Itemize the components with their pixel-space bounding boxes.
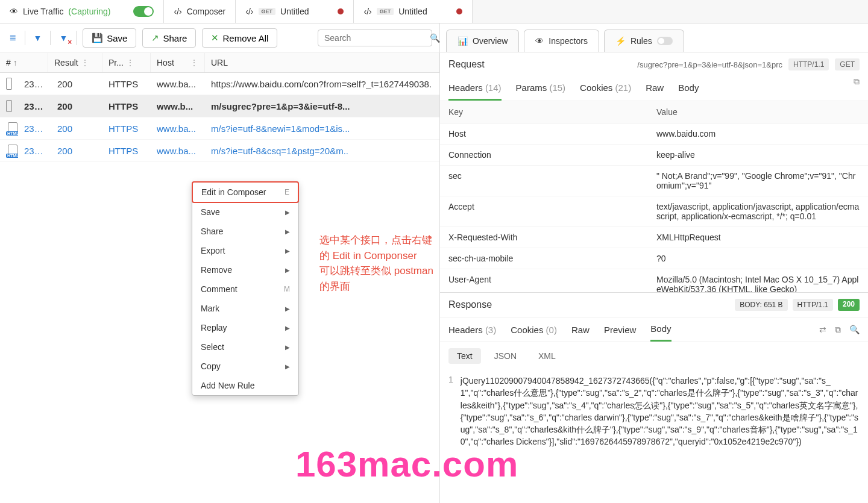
- header-key: Host: [440, 123, 648, 144]
- watermark: 163mac.com: [295, 443, 518, 485]
- menu-remove[interactable]: Remove▶: [192, 260, 298, 280]
- fmt-json[interactable]: JSON: [486, 348, 525, 364]
- response-title: Response: [448, 299, 492, 310]
- search-box[interactable]: 🔍: [318, 30, 432, 46]
- header-row[interactable]: sec" Not;A Brand";v="99", "Google Chrome…: [440, 166, 868, 196]
- reqtab-params[interactable]: Params (15): [516, 77, 566, 101]
- row-host: www.ba...: [151, 145, 205, 157]
- tab-label: Live Traffic: [23, 7, 63, 16]
- chevron-right-icon: ▶: [285, 325, 290, 331]
- tab-composer[interactable]: ‹/› Composer: [164, 0, 236, 23]
- header-key: Connection: [440, 145, 648, 165]
- tab-rules[interactable]: ⚡Rules: [604, 30, 684, 52]
- menu-edit-composer[interactable]: Edit in Composer E: [192, 181, 299, 203]
- rules-toggle[interactable]: [657, 37, 673, 45]
- row-host: www.b...: [151, 100, 205, 113]
- tab-live-traffic[interactable]: 👁 Live Traffic (Capturing): [0, 0, 164, 23]
- http-version: HTTP/1.1: [788, 58, 829, 70]
- table-row[interactable]: 23860200HTTPSwww.ba...m/s?ie=utf-8&newi=…: [0, 117, 439, 140]
- reqtab-body[interactable]: Body: [678, 77, 699, 101]
- stream-icon[interactable]: ≡: [7, 30, 19, 47]
- menu-mark[interactable]: Mark▶: [192, 299, 298, 318]
- header-value: www.baidu.com: [648, 123, 868, 144]
- body-size: BODY: 651 B: [735, 299, 787, 311]
- table-row[interactable]: 23853200HTTPSwww.b...m/sugrec?pre=1&p=3&…: [0, 95, 439, 117]
- col-result[interactable]: Result⋮: [48, 53, 102, 72]
- reqtab-headers[interactable]: Headers (14): [448, 77, 502, 101]
- capturing-status: (Capturing): [68, 7, 110, 16]
- menu-save[interactable]: Save▶: [192, 202, 298, 222]
- menu-add-rule[interactable]: Add New Rule: [192, 376, 298, 395]
- save-button[interactable]: 💾 Save: [83, 28, 136, 48]
- remove-all-button[interactable]: ✕ Remove All: [202, 28, 277, 48]
- header-row[interactable]: User-AgentMozilla/5.0 (Macintosh; Intel …: [440, 269, 868, 292]
- eye-icon: 👁: [10, 7, 18, 16]
- table-row[interactable]: 23852200HTTPSwww.ba...https://www.baidu.…: [0, 73, 439, 95]
- search-icon[interactable]: 🔍: [430, 33, 440, 43]
- tab-untitled-1[interactable]: ‹/› GET Untitled: [236, 0, 354, 23]
- menu-export[interactable]: Export▶: [192, 241, 298, 260]
- request-method: GET: [835, 58, 860, 70]
- resptab-body[interactable]: Body: [650, 317, 671, 342]
- fmt-text[interactable]: Text: [448, 348, 481, 364]
- tab-untitled-2[interactable]: ‹/› GET Untitled: [354, 0, 472, 23]
- column-menu-icon[interactable]: ⋮: [81, 58, 89, 67]
- col-url[interactable]: URL: [205, 53, 439, 72]
- tab-overview[interactable]: 📊Overview: [446, 30, 519, 52]
- menu-copy[interactable]: Copy▶: [192, 357, 298, 376]
- header-key: sec-ch-ua-mobile: [440, 248, 648, 269]
- menu-select[interactable]: Select▶: [192, 337, 298, 357]
- fmt-xml[interactable]: XML: [530, 348, 564, 364]
- header-value: ?0: [648, 248, 868, 269]
- search-icon[interactable]: 🔍: [849, 325, 860, 335]
- top-tabs: 👁 Live Traffic (Capturing) ‹/› Composer …: [0, 0, 868, 23]
- row-url: m/s?ie=utf-8&newi=1&mod=1&is...: [205, 122, 439, 135]
- resptab-cookies[interactable]: Cookies (0): [511, 319, 557, 341]
- col-host[interactable]: Host⋮: [151, 53, 205, 72]
- eye-icon: 👁: [535, 36, 544, 46]
- tab-inspectors[interactable]: 👁Inspectors: [524, 30, 599, 52]
- menu-replay[interactable]: Replay▶: [192, 318, 298, 337]
- code-icon: ‹/›: [245, 7, 253, 16]
- kv-value-header: Value: [648, 101, 686, 123]
- header-row[interactable]: Hostwww.baidu.com: [440, 123, 868, 145]
- row-result: 200: [51, 100, 102, 113]
- chevron-right-icon: ▶: [285, 209, 290, 216]
- unsaved-dot-icon: [456, 8, 462, 14]
- row-result: 200: [51, 122, 102, 135]
- tab-label: Composer: [187, 7, 226, 16]
- col-protocol[interactable]: Pr...⋮: [102, 53, 151, 72]
- column-menu-icon[interactable]: ⋮: [126, 58, 134, 67]
- copy-icon[interactable]: ⧉: [854, 77, 860, 101]
- col-number[interactable]: # ↑: [0, 53, 48, 72]
- resptab-raw[interactable]: Raw: [571, 319, 590, 341]
- header-row[interactable]: Connectionkeep-alive: [440, 145, 868, 166]
- table-row[interactable]: 23861200HTTPSwww.ba...m/s?ie=utf-8&csq=1…: [0, 140, 439, 162]
- menu-comment[interactable]: CommentM: [192, 280, 298, 299]
- search-input[interactable]: [324, 33, 430, 43]
- header-row[interactable]: X-Requested-WithXMLHttpRequest: [440, 227, 868, 248]
- resptab-headers[interactable]: Headers (3): [448, 319, 496, 341]
- header-row[interactable]: Accepttext/javascript, application/javas…: [440, 196, 868, 227]
- row-id: 23860: [18, 122, 51, 135]
- copy-icon[interactable]: ⧉: [835, 325, 841, 335]
- tab-label: Untitled: [280, 7, 309, 16]
- html-file-icon: [6, 145, 12, 157]
- header-row[interactable]: sec-ch-ua-mobile?0: [440, 248, 868, 269]
- request-section: Request /sugrec?pre=1&p=3&ie=utf-8&json=…: [440, 52, 868, 293]
- clear-filter-icon[interactable]: ▼: [57, 31, 70, 45]
- resptab-preview[interactable]: Preview: [604, 319, 636, 341]
- reqtab-raw[interactable]: Raw: [646, 77, 664, 101]
- wrap-icon[interactable]: ⇄: [819, 325, 826, 335]
- html-file-icon: [6, 122, 12, 134]
- row-protocol: HTTPS: [102, 78, 151, 90]
- http-version: HTTP/1.1: [793, 299, 833, 311]
- capture-toggle[interactable]: [133, 6, 154, 17]
- method-pill: GET: [259, 8, 276, 15]
- share-button[interactable]: ↗ Share: [142, 28, 196, 48]
- column-menu-icon[interactable]: ⋮: [190, 58, 198, 67]
- reqtab-cookies[interactable]: Cookies (21): [580, 77, 631, 101]
- filter-icon[interactable]: ▼: [31, 31, 45, 45]
- menu-share[interactable]: Share▶: [192, 222, 298, 241]
- inspector-pane: 📊Overview 👁Inspectors ⚡Rules Request /su…: [440, 23, 868, 503]
